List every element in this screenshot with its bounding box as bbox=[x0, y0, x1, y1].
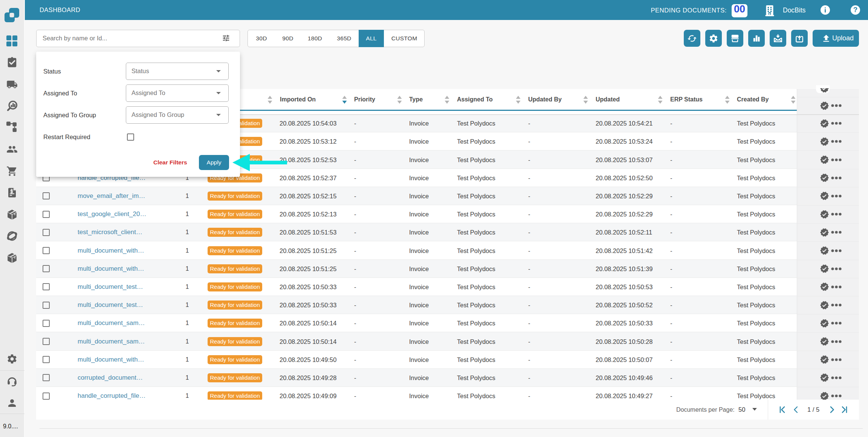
svg-text:?: ? bbox=[853, 6, 857, 14]
